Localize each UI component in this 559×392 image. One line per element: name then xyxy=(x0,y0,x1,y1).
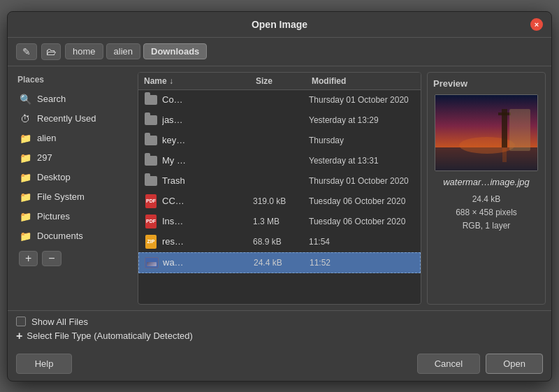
file-name: My … xyxy=(162,155,253,166)
action-buttons: Help Cancel Open xyxy=(8,348,551,381)
file-name: Co… xyxy=(162,94,253,105)
folder-icon-pictures: 📁 xyxy=(19,210,31,223)
file-name: CC… xyxy=(162,196,253,206)
folder-icon-jas xyxy=(144,113,158,127)
breadcrumb-alien[interactable]: alien xyxy=(106,43,140,59)
select-file-type-row[interactable]: + Select File Type (Automatically Detect… xyxy=(16,330,543,342)
table-row[interactable]: jas… Yesterday at 13:29 xyxy=(138,110,421,131)
sidebar-item-recently-used[interactable]: ⏱ Recently Used xyxy=(13,110,132,128)
toolbar: ✎ 🗁 home alien Downloads xyxy=(8,38,551,66)
table-row[interactable]: Co… Thursday 01 October 2020 xyxy=(138,90,421,110)
table-row[interactable]: PDF CC… 319.0 kB Tuesday 06 October 2020 xyxy=(138,191,421,212)
close-button[interactable]: × xyxy=(530,18,543,31)
pdf-icon-ins: PDF xyxy=(144,215,158,228)
folder-up-button[interactable]: 🗁 xyxy=(41,43,61,60)
sidebar-item-filesystem[interactable]: 📁 File System xyxy=(13,188,132,206)
file-size: 1.3 MB xyxy=(253,217,309,226)
preview-panel: Preview xyxy=(427,72,546,305)
file-list: Co… Thursday 01 October 2020 jas… Yester… xyxy=(138,90,421,304)
file-modified: Yesterday at 13:31 xyxy=(309,156,415,166)
file-modified: 11:54 xyxy=(309,237,415,247)
file-modified: Tuesday 06 October 2020 xyxy=(309,217,415,226)
sidebar-desktop-label: Desktop xyxy=(37,172,71,182)
zip-icon-res: ZIP xyxy=(144,235,158,249)
file-name: jas… xyxy=(162,115,253,125)
folder-icon-documents: 📁 xyxy=(19,230,31,242)
table-row[interactable]: ZIP res… 68.9 kB 11:54 xyxy=(138,232,421,252)
show-all-files-row[interactable]: Show All Files xyxy=(16,317,543,327)
breadcrumb: home alien Downloads xyxy=(65,43,207,59)
main-area: Places 🔍 Search ⏱ Recently Used 📁 alien … xyxy=(8,66,551,310)
svg-rect-5 xyxy=(502,148,507,162)
file-list-header: Name ↓ Size Modified xyxy=(138,73,421,90)
file-modified: Thursday xyxy=(309,136,415,145)
table-row[interactable]: My … Yesterday at 13:31 xyxy=(138,151,421,171)
right-buttons: Cancel Open xyxy=(417,354,543,374)
help-button[interactable]: Help xyxy=(16,354,72,374)
remove-bookmark-button[interactable]: − xyxy=(42,251,61,266)
file-modified: 11:52 xyxy=(310,258,414,268)
preview-title: Preview xyxy=(433,78,467,89)
table-row[interactable]: key… Thursday xyxy=(138,131,421,151)
table-row-trash[interactable]: Trash Thursday 01 October 2020 xyxy=(138,171,421,191)
column-modified[interactable]: Modified xyxy=(306,73,421,89)
sidebar-item-desktop[interactable]: 📁 Desktop xyxy=(13,168,132,187)
preview-meta: 24.4 kB 688 × 458 pixels RGB, 1 layer xyxy=(456,193,517,233)
folder-icon-key xyxy=(144,133,158,147)
sidebar-filesystem-label: File System xyxy=(37,191,85,202)
clock-icon: ⏱ xyxy=(19,112,31,125)
file-modified: Tuesday 06 October 2020 xyxy=(309,196,415,206)
sidebar-documents-label: Documents xyxy=(37,231,83,241)
column-name[interactable]: Name ↓ xyxy=(138,73,250,89)
file-name: Ins… xyxy=(162,216,253,226)
pdf-icon-cc: PDF xyxy=(144,194,158,208)
folder-icon-desktop: 📁 xyxy=(19,171,31,184)
preview-image xyxy=(435,94,538,171)
table-row[interactable]: PDF Ins… 1.3 MB Tuesday 06 October 2020 xyxy=(138,212,421,232)
open-image-dialog: Open Image × ✎ 🗁 home alien Downloads Pl… xyxy=(7,11,552,382)
sidebar-item-search[interactable]: 🔍 Search xyxy=(13,90,132,108)
bottom-options: Show All Files + Select File Type (Autom… xyxy=(8,310,551,348)
folder-icon-filesystem: 📁 xyxy=(19,191,31,203)
folder-icon-297: 📁 xyxy=(19,152,31,164)
sidebar-search-label: Search xyxy=(37,94,66,104)
breadcrumb-home[interactable]: home xyxy=(65,43,103,59)
dialog-title: Open Image xyxy=(252,19,307,30)
expand-icon: + xyxy=(16,330,22,342)
sidebar-alien-label: alien xyxy=(37,133,56,143)
folder-icon-my xyxy=(144,154,158,168)
select-file-type-label: Select File Type (Automatically Detected… xyxy=(27,331,192,341)
sidebar-controls: + − xyxy=(13,247,132,270)
file-modified: Thursday 01 October 2020 xyxy=(309,95,415,105)
file-name: Trash xyxy=(162,175,253,186)
show-all-files-checkbox[interactable] xyxy=(16,317,26,326)
breadcrumb-downloads[interactable]: Downloads xyxy=(143,43,207,59)
sidebar-recently-used-label: Recently Used xyxy=(37,113,96,124)
file-modified: Yesterday at 13:29 xyxy=(309,115,415,125)
svg-rect-4 xyxy=(498,112,511,115)
file-size: 68.9 kB xyxy=(253,237,309,247)
cancel-button[interactable]: Cancel xyxy=(417,354,480,374)
folder-icon-trash xyxy=(144,174,158,188)
file-modified: Thursday 01 October 2020 xyxy=(309,176,415,186)
open-button[interactable]: Open xyxy=(486,354,543,374)
file-size: 319.0 kB xyxy=(253,196,309,206)
add-bookmark-button[interactable]: + xyxy=(19,251,38,266)
sidebar-item-297[interactable]: 📁 297 xyxy=(13,149,132,167)
sidebar-297-label: 297 xyxy=(37,152,52,163)
folder-icon-co xyxy=(144,93,158,107)
file-size: 24.4 kB xyxy=(254,258,310,268)
sidebar-item-pictures[interactable]: 📁 Pictures xyxy=(13,208,132,226)
preview-filename: watermar…image.jpg xyxy=(443,177,530,187)
sidebar: Places 🔍 Search ⏱ Recently Used 📁 alien … xyxy=(13,72,132,305)
sidebar-item-documents[interactable]: 📁 Documents xyxy=(13,227,132,245)
title-bar: Open Image × xyxy=(8,12,551,38)
search-icon: 🔍 xyxy=(19,93,31,106)
folder-icon-alien: 📁 xyxy=(19,132,31,145)
file-name: key… xyxy=(162,135,253,145)
file-name: res… xyxy=(162,236,253,247)
column-size[interactable]: Size xyxy=(250,73,306,89)
sidebar-item-alien[interactable]: 📁 alien xyxy=(13,129,132,147)
edit-button[interactable]: ✎ xyxy=(16,43,37,60)
table-row-selected[interactable]: wa… 24.4 kB 11:52 xyxy=(138,252,421,273)
